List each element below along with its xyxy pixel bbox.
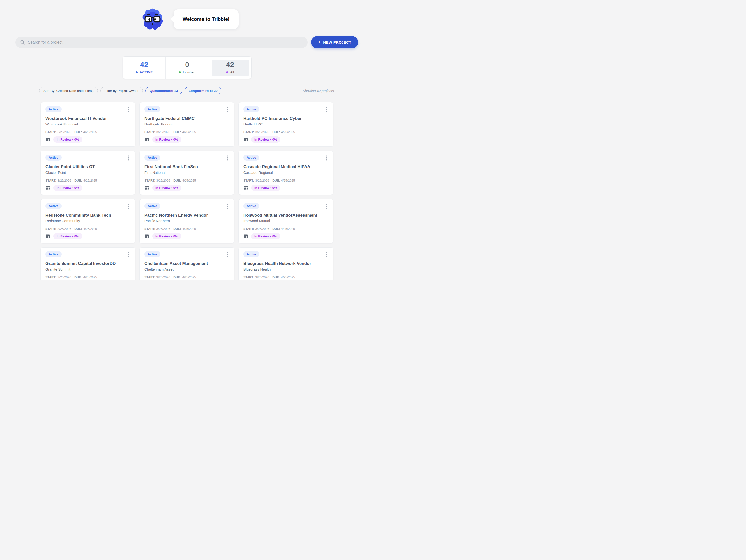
progress-badge: In Review • 0%: [53, 233, 82, 239]
search-input[interactable]: [16, 37, 308, 48]
project-dates: START: 3/26/2026 DUE: 4/25/2025: [243, 276, 328, 279]
stat-active[interactable]: 42 ACTIVE: [123, 57, 165, 79]
progress-badge: In Review • 0%: [152, 233, 181, 239]
longform-rfx-chip[interactable]: Longform RFx: 29: [184, 87, 222, 94]
project-dates: START: 3/26/2026 DUE: 4/25/2025: [46, 276, 131, 279]
project-card[interactable]: Active Westbrook Financial IT Vendor Wes…: [40, 102, 136, 146]
start-label: START:: [46, 227, 56, 231]
more-options-icon[interactable]: [324, 155, 328, 161]
project-card[interactable]: Active Bluegrass Health Network Vendor B…: [238, 247, 333, 280]
status-badge: Active: [144, 203, 161, 209]
project-dates: START: 3/26/2026 DUE: 4/25/2025: [144, 179, 229, 182]
project-card[interactable]: Active Northgate Federal CMMC Northgate …: [139, 102, 234, 146]
sort-by-chip[interactable]: Sort By: Created Date (latest first): [39, 87, 98, 94]
table-icon: [243, 234, 248, 239]
project-title: Bluegrass Health Network Vendor: [243, 261, 328, 266]
project-card[interactable]: Active Ironwood Mutual VendorAssessment …: [238, 199, 333, 243]
status-badge: Active: [243, 106, 259, 112]
status-badge: Active: [144, 106, 161, 112]
project-company: First National: [144, 170, 229, 175]
stat-active-value: 42: [140, 61, 148, 68]
project-card[interactable]: Active Cascade Regional Medical HIPAA Ca…: [238, 150, 333, 195]
status-badge: Active: [46, 155, 61, 161]
more-options-icon[interactable]: [126, 155, 131, 161]
project-dates: START: 3/26/2026 DUE: 4/25/2025: [46, 131, 131, 134]
more-options-icon[interactable]: [225, 107, 229, 113]
status-badge: Active: [243, 251, 259, 257]
project-company: Cheltenham Asset: [144, 267, 229, 272]
start-label: START:: [46, 276, 56, 279]
project-company: Westbrook Financial: [46, 122, 131, 127]
new-project-label: NEW PROJECT: [323, 40, 351, 45]
project-grid: Active Westbrook Financial IT Vendor Wes…: [40, 102, 333, 280]
start-label: START:: [46, 131, 56, 134]
progress-badge: In Review • 0%: [251, 233, 280, 239]
status-badge: Active: [46, 203, 61, 209]
project-title: First National Bank FinSec: [144, 164, 229, 169]
due-date: 4/25/2025: [182, 276, 196, 279]
more-options-icon[interactable]: [324, 107, 328, 113]
project-title: Pacific Northern Energy Vendor: [144, 213, 229, 218]
due-label: DUE:: [75, 227, 82, 231]
more-options-icon[interactable]: [225, 203, 229, 209]
project-card[interactable]: Active Redstone Community Bank Tech Reds…: [40, 199, 136, 243]
start-date: 3/26/2026: [58, 227, 71, 231]
finished-dot-icon: [179, 72, 181, 74]
active-dot-icon: [136, 72, 138, 74]
more-options-icon[interactable]: [126, 107, 131, 113]
stat-all[interactable]: 42 All: [208, 57, 252, 79]
start-label: START:: [243, 276, 254, 279]
table-icon: [46, 186, 50, 190]
start-date: 3/26/2026: [58, 179, 71, 182]
table-icon: [46, 137, 50, 142]
more-options-icon[interactable]: [126, 203, 131, 209]
plus-icon: +: [318, 40, 321, 45]
start-date: 3/26/2026: [58, 131, 71, 134]
start-label: START:: [144, 227, 155, 231]
project-card[interactable]: Active Hartfield PC Insurance Cyber Hart…: [238, 102, 333, 146]
project-company: Redstone Community: [46, 219, 131, 223]
due-date: 4/25/2025: [182, 227, 196, 231]
project-card[interactable]: Active Granite Summit Capital InvestorDD…: [40, 247, 136, 280]
due-date: 4/25/2025: [83, 131, 97, 134]
start-date: 3/26/2026: [255, 179, 269, 182]
due-label: DUE:: [173, 131, 181, 134]
start-label: START:: [243, 131, 254, 134]
project-company: Glacier Point: [46, 170, 131, 175]
stat-all-value: 42: [226, 61, 234, 68]
due-date: 4/25/2025: [83, 227, 97, 231]
status-badge: Active: [46, 106, 61, 112]
start-label: START:: [243, 179, 254, 182]
project-company: Granite Summit: [46, 267, 131, 272]
start-date: 3/26/2026: [156, 179, 170, 182]
start-label: START:: [46, 179, 56, 182]
tribble-mascot-logo: [140, 8, 165, 31]
due-label: DUE:: [272, 227, 280, 231]
more-options-icon[interactable]: [324, 203, 328, 209]
table-icon: [144, 137, 149, 142]
more-options-icon[interactable]: [324, 252, 328, 258]
project-card[interactable]: Active Pacific Northern Energy Vendor Pa…: [139, 199, 234, 243]
stat-finished[interactable]: 0 Finished: [165, 57, 208, 79]
more-options-icon[interactable]: [225, 155, 229, 161]
project-company: Ironwood Mutual: [243, 219, 328, 223]
project-card[interactable]: Active Cheltenham Asset Management Chelt…: [139, 247, 234, 280]
stat-finished-label: Finished: [183, 71, 195, 74]
project-title: Glacier Point Utilities OT: [46, 164, 131, 169]
questionnaire-chip[interactable]: Questionnaire: 13: [145, 87, 182, 94]
due-label: DUE:: [173, 227, 181, 231]
project-dates: START: 3/26/2026 DUE: 4/25/2025: [243, 179, 328, 182]
stat-active-label: ACTIVE: [140, 71, 153, 74]
filter-owner-chip[interactable]: Filter by Project Owner: [101, 87, 143, 94]
project-card[interactable]: Active Glacier Point Utilities OT Glacie…: [40, 150, 136, 195]
progress-badge: In Review • 0%: [152, 185, 181, 191]
start-label: START:: [243, 227, 254, 231]
project-dates: START: 3/26/2026 DUE: 4/25/2025: [46, 179, 131, 182]
project-card[interactable]: Active First National Bank FinSec First …: [139, 150, 234, 195]
more-options-icon[interactable]: [126, 252, 131, 258]
due-date: 4/25/2025: [281, 131, 295, 134]
more-options-icon[interactable]: [225, 252, 229, 258]
project-title: Cheltenham Asset Management: [144, 261, 229, 266]
new-project-button[interactable]: + NEW PROJECT: [311, 36, 358, 48]
start-date: 3/26/2026: [156, 131, 170, 134]
